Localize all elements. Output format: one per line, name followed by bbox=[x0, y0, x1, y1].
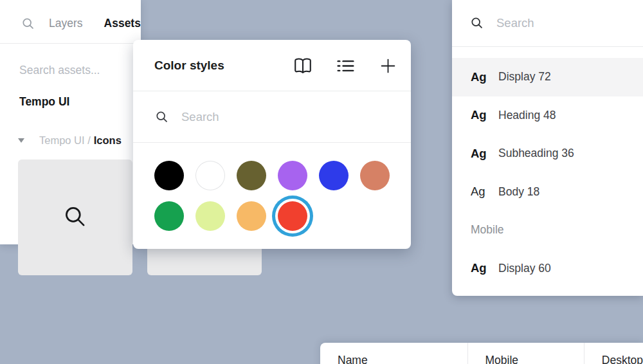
color-swatch-yellowgreen[interactable] bbox=[195, 201, 225, 231]
text-styles-search[interactable]: Search bbox=[452, 0, 643, 47]
book-icon[interactable] bbox=[292, 40, 314, 91]
color-swatch-purple[interactable] bbox=[278, 161, 307, 190]
section-label-text: Mobile bbox=[471, 223, 504, 237]
style-label: Subheading 36 bbox=[498, 147, 574, 160]
tab-layers[interactable]: Layers bbox=[49, 17, 83, 30]
table-panel: Name Mobile Desktop bbox=[320, 343, 643, 364]
search-icon bbox=[470, 16, 484, 30]
text-style-body-18[interactable]: Ag Body 18 bbox=[452, 173, 643, 212]
list-view-icon[interactable] bbox=[337, 40, 354, 91]
text-style-subheading-36[interactable]: Ag Subheading 36 bbox=[452, 134, 643, 173]
color-swatch-blue[interactable] bbox=[319, 161, 349, 190]
style-label: Display 72 bbox=[498, 70, 551, 84]
text-styles-panel: Search Ag Display 72 Ag Heading 48 Ag Su… bbox=[452, 0, 643, 296]
style-preview: Ag bbox=[471, 185, 493, 199]
search-placeholder: Search bbox=[496, 16, 534, 30]
style-preview: Ag bbox=[471, 108, 493, 122]
swatch-grid bbox=[133, 143, 404, 231]
color-styles-search[interactable]: Search bbox=[133, 91, 411, 143]
color-swatch-black[interactable] bbox=[154, 161, 184, 190]
chevron-down-icon[interactable] bbox=[18, 138, 24, 143]
color-swatch-orange[interactable] bbox=[237, 201, 266, 231]
asset-group-prefix: Tempo UI / bbox=[39, 134, 91, 147]
text-style-display-72[interactable]: Ag Display 72 bbox=[452, 58, 643, 96]
table-header-name: Name bbox=[320, 343, 468, 364]
assets-panel: Layers Assets Search assets... Tempo UI … bbox=[0, 0, 141, 244]
search-icon[interactable] bbox=[21, 17, 35, 31]
color-swatch-green[interactable] bbox=[154, 201, 184, 231]
assets-search-input[interactable]: Search assets... bbox=[19, 64, 100, 77]
section-label-mobile: Mobile bbox=[452, 211, 643, 250]
color-swatch-red-selected[interactable] bbox=[278, 201, 307, 231]
search-placeholder: Search bbox=[181, 110, 219, 124]
text-style-display-60[interactable]: Ag Display 60 bbox=[452, 250, 643, 288]
text-style-heading-48[interactable]: Ag Heading 48 bbox=[452, 96, 643, 135]
panel-title: Color styles bbox=[154, 59, 224, 73]
style-preview: Ag bbox=[471, 70, 493, 84]
style-label: Heading 48 bbox=[498, 109, 556, 122]
library-name[interactable]: Tempo UI bbox=[19, 95, 69, 109]
search-icon bbox=[63, 205, 87, 229]
search-icon bbox=[155, 110, 169, 124]
asset-group-name: Icons bbox=[94, 134, 122, 147]
style-preview: Ag bbox=[471, 261, 493, 275]
style-preview: Ag bbox=[471, 147, 493, 161]
color-styles-panel: Color styles Search bbox=[133, 40, 411, 249]
panel-tab-bar: Layers Assets bbox=[0, 0, 141, 44]
table-header-mobile: Mobile bbox=[468, 343, 584, 364]
style-label: Body 18 bbox=[498, 185, 539, 199]
asset-group-row[interactable]: Tempo UI / Icons bbox=[18, 134, 122, 147]
tab-assets[interactable]: Assets bbox=[104, 17, 141, 30]
text-style-list: Ag Display 72 Ag Heading 48 Ag Subheadin… bbox=[452, 58, 643, 287]
color-styles-header: Color styles bbox=[133, 40, 411, 91]
asset-tile-search[interactable] bbox=[18, 159, 132, 275]
table-header-desktop: Desktop bbox=[584, 343, 643, 364]
style-label: Display 60 bbox=[498, 262, 551, 275]
color-swatch-salmon[interactable] bbox=[360, 161, 390, 190]
add-icon[interactable] bbox=[380, 40, 396, 91]
color-swatch-olive[interactable] bbox=[237, 161, 266, 190]
color-swatch-white[interactable] bbox=[195, 161, 225, 190]
